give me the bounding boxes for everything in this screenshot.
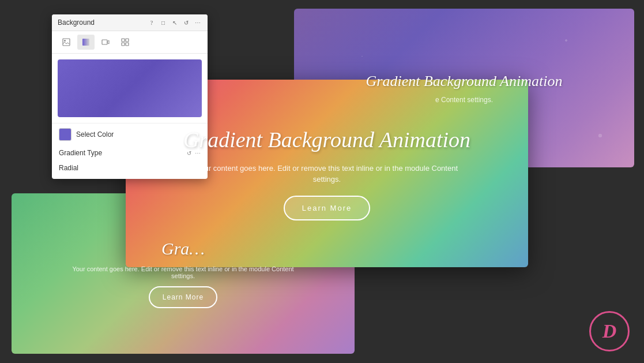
divi-logo-letter: D [602,321,617,341]
gradient-type-label: Gradient Type [59,149,183,157]
toolbar-icon-image[interactable] [58,35,75,50]
gradient-type-value: Radial [52,163,208,179]
cursor-icon[interactable]: ↖ [171,18,179,27]
card-top-right-subtitle: e Content settings. [435,96,493,104]
svg-rect-5 [126,39,129,42]
more-icon[interactable]: ⋯ [194,18,202,27]
toolbar-icon-pattern[interactable] [116,35,134,50]
color-swatch[interactable] [59,128,71,141]
editor-preview [58,59,202,117]
svg-rect-6 [122,43,125,46]
svg-rect-0 [63,39,70,46]
editor-header: Background ? □ ↖ ↺ ⋯ [52,14,208,31]
svg-point-1 [64,40,66,42]
card-bottom-left-subtitle: Your content goes here. Edit or remove t… [68,265,299,279]
learn-more-button-center[interactable]: Learn More [284,196,370,220]
card-top-right-title: Gradient Background Animation [366,73,563,90]
learn-more-button-bottom[interactable]: Learn More [149,286,217,308]
editor-panel: Background ? □ ↖ ↺ ⋯ [52,14,208,179]
help-icon[interactable]: ? [148,18,156,27]
save-icon[interactable]: □ [159,18,167,27]
svg-rect-4 [122,39,125,42]
toolbar-icon-gradient[interactable] [77,35,95,50]
undo-icon[interactable]: ↺ [182,18,190,27]
card-center-subtitle: Your content goes here. Edit or remove t… [189,163,465,185]
color-label[interactable]: Select Color [76,130,114,139]
editor-toolbar [52,31,208,54]
svg-rect-2 [82,39,89,46]
card-bottom-left-title: Gra… [161,239,205,259]
card-center-title: Gradient Background Animation [183,127,470,152]
svg-rect-7 [126,43,129,46]
toolbar-icon-video[interactable] [97,35,114,50]
divi-logo: D [589,311,630,351]
editor-header-label: Background [58,18,144,27]
svg-rect-3 [102,40,107,44]
